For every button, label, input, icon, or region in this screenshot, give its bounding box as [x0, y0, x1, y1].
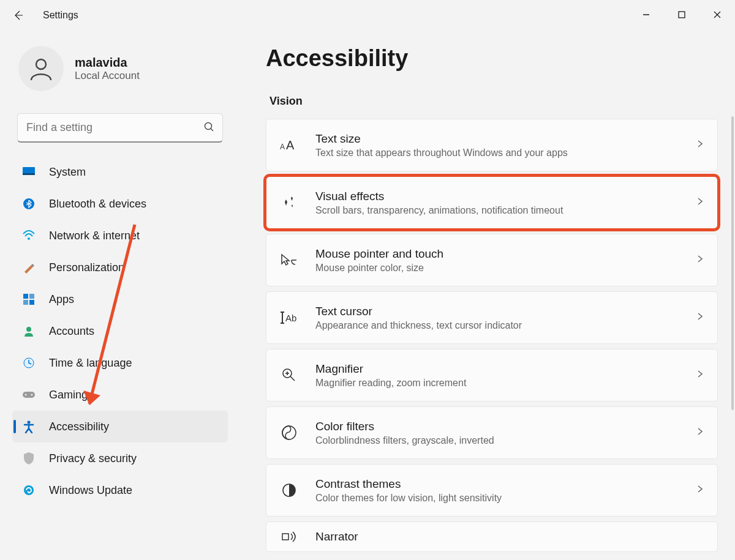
chevron-right-icon — [696, 427, 704, 438]
nav-item-personalization[interactable]: Personalization — [12, 252, 228, 283]
chevron-right-icon — [696, 312, 704, 323]
card-title: Magnifier — [315, 362, 466, 376]
chevron-right-icon — [696, 485, 704, 496]
svg-point-19 — [25, 394, 27, 396]
user-account-type: Local Account — [75, 70, 140, 82]
svg-point-22 — [24, 485, 34, 495]
nav-item-label: Time & language — [49, 357, 132, 370]
avatar — [18, 46, 64, 91]
nav-item-gaming[interactable]: Gaming — [12, 379, 228, 411]
svg-rect-2 — [679, 12, 685, 18]
card-title: Contrast themes — [315, 477, 502, 491]
chevron-right-icon — [696, 197, 704, 208]
nav-item-label: Windows Update — [49, 484, 132, 497]
close-button[interactable] — [699, 0, 735, 29]
narrator-icon — [280, 528, 298, 546]
system-icon — [22, 165, 36, 179]
sidebar: malavida Local Account System Bluetooth … — [0, 31, 233, 560]
svg-rect-13 — [29, 294, 34, 299]
nav-item-time-language[interactable]: Time & language — [12, 347, 228, 379]
app-title: Settings — [43, 10, 78, 21]
card-color-filters[interactable]: Color filters Colorblindness filters, gr… — [266, 406, 718, 459]
card-title: Visual effects — [315, 190, 563, 203]
nav-item-label: Accessibility — [49, 420, 109, 433]
chevron-right-icon — [696, 370, 704, 381]
svg-text:A: A — [286, 138, 295, 152]
user-info[interactable]: malavida Local Account — [18, 46, 228, 91]
nav-item-accounts[interactable]: Accounts — [12, 315, 228, 347]
card-text-size[interactable]: AA Text size Text size that appears thro… — [266, 119, 718, 171]
svg-text:A: A — [280, 143, 285, 151]
maximize-icon — [677, 10, 686, 19]
card-desc: Color themes for low vision, light sensi… — [315, 493, 502, 504]
card-contrast-themes[interactable]: Contrast themes Color themes for low vis… — [266, 464, 718, 517]
text-cursor-icon: Ab — [280, 308, 298, 327]
card-title: Mouse pointer and touch — [315, 247, 443, 261]
svg-point-20 — [31, 394, 33, 396]
svg-point-16 — [26, 327, 31, 332]
card-desc: Magnifier reading, zoom increment — [315, 378, 466, 389]
scrollbar[interactable] — [731, 116, 734, 410]
accounts-icon — [22, 324, 36, 338]
nav-item-network[interactable]: Network & internet — [12, 220, 228, 252]
personalization-icon — [22, 261, 36, 274]
card-desc: Colorblindness filters, grayscale, inver… — [315, 435, 494, 446]
close-icon — [713, 10, 722, 19]
minimize-icon — [642, 10, 650, 19]
svg-point-11 — [28, 237, 30, 240]
card-narrator[interactable]: Narrator — [266, 521, 718, 552]
section-label-vision: Vision — [270, 95, 718, 108]
mouse-pointer-icon — [280, 251, 298, 269]
svg-text:Ab: Ab — [285, 313, 296, 323]
apps-icon — [22, 293, 36, 306]
accessibility-icon — [22, 420, 36, 433]
chevron-right-icon — [696, 255, 704, 266]
search-box[interactable] — [17, 113, 223, 143]
card-title: Color filters — [315, 420, 494, 433]
back-button[interactable] — [5, 2, 32, 29]
nav-item-accessibility[interactable]: Accessibility — [12, 411, 228, 442]
privacy-icon — [22, 452, 36, 465]
svg-rect-35 — [282, 534, 288, 540]
card-title: Narrator — [315, 530, 358, 543]
magnifier-icon — [280, 366, 298, 384]
nav-item-apps[interactable]: Apps — [12, 283, 228, 315]
nav-item-label: Apps — [49, 293, 74, 306]
titlebar: Settings — [0, 0, 735, 31]
card-desc: Text size that appears throughout Window… — [315, 147, 568, 159]
svg-rect-18 — [23, 392, 35, 398]
nav-item-system[interactable]: System — [12, 156, 228, 188]
card-desc: Appearance and thickness, text cursor in… — [315, 320, 522, 331]
nav-item-bluetooth[interactable]: Bluetooth & devices — [12, 188, 228, 220]
nav-list: System Bluetooth & devices Network & int… — [12, 156, 228, 506]
search-icon — [203, 121, 214, 135]
nav-item-windows-update[interactable]: Windows Update — [12, 474, 228, 506]
contrast-icon — [280, 481, 298, 499]
svg-point-21 — [28, 421, 31, 424]
card-mouse-pointer[interactable]: Mouse pointer and touch Mouse pointer co… — [266, 234, 718, 286]
page-heading: Accessibility — [266, 45, 718, 72]
nav-item-label: System — [49, 166, 86, 179]
maximize-button[interactable] — [664, 0, 699, 29]
nav-item-label: Accounts — [49, 325, 94, 338]
gaming-icon — [22, 388, 36, 401]
search-input[interactable] — [17, 113, 223, 143]
svg-rect-9 — [23, 173, 35, 175]
svg-point-5 — [36, 59, 46, 69]
user-name: malavida — [75, 56, 140, 70]
svg-point-6 — [205, 123, 212, 130]
svg-rect-15 — [29, 300, 34, 305]
card-visual-effects[interactable]: Visual effects Scroll bars, transparency… — [266, 176, 718, 229]
card-title: Text size — [315, 132, 568, 146]
card-magnifier[interactable]: Magnifier Magnifier reading, zoom increm… — [266, 349, 718, 401]
svg-line-30 — [290, 376, 295, 381]
nav-item-label: Privacy & security — [49, 452, 137, 465]
card-text-cursor[interactable]: Ab Text cursor Appearance and thickness,… — [266, 291, 718, 344]
nav-item-label: Gaming — [49, 389, 88, 401]
color-filters-icon — [280, 424, 298, 442]
minimize-button[interactable] — [628, 0, 664, 29]
chevron-right-icon — [696, 140, 704, 151]
svg-point-33 — [282, 426, 296, 439]
nav-item-privacy[interactable]: Privacy & security — [12, 442, 228, 474]
svg-rect-12 — [23, 294, 28, 299]
